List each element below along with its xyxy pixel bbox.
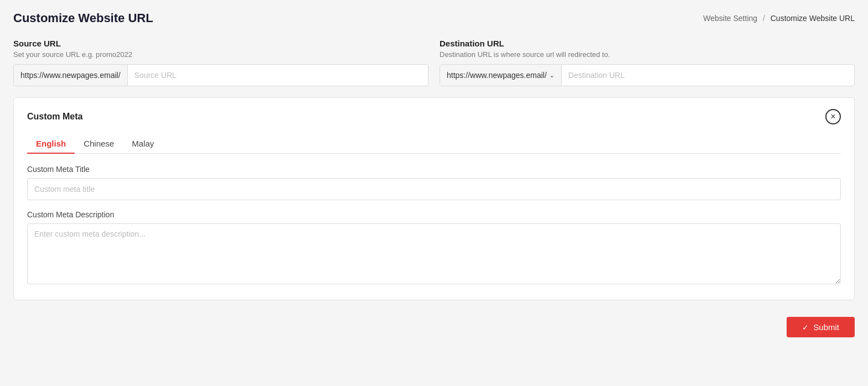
destination-url-prefix-text: https://www.newpages.email/ <box>447 71 547 80</box>
tab-english-label: English <box>36 139 66 148</box>
source-url-input[interactable] <box>128 65 428 86</box>
destination-url-input[interactable] <box>562 65 854 86</box>
source-url-label: Source URL <box>13 39 428 48</box>
breadcrumb-current: Customize Website URL <box>771 14 855 23</box>
destination-url-sublabel: Destination URL is where source url will… <box>440 50 855 59</box>
card-title: Custom Meta <box>27 112 82 122</box>
submit-label: Submit <box>813 322 839 332</box>
meta-title-input[interactable] <box>27 178 841 200</box>
tab-chinese[interactable]: Chinese <box>75 134 123 154</box>
check-icon: ✓ <box>802 323 809 332</box>
meta-title-label: Custom Meta Title <box>27 165 841 174</box>
page-footer: ✓ Submit <box>13 311 855 343</box>
breadcrumb-parent: Website Setting <box>703 14 757 23</box>
tab-english[interactable]: English <box>27 134 75 154</box>
tabs: English Chinese Malay <box>27 134 841 154</box>
destination-url-prefix[interactable]: https://www.newpages.email/ ⌄ <box>440 65 562 86</box>
submit-button[interactable]: ✓ Submit <box>787 317 855 337</box>
close-button[interactable]: × <box>825 109 841 124</box>
destination-url-input-wrapper: https://www.newpages.email/ ⌄ <box>440 64 855 86</box>
url-row: Source URL Set your source URL e.g. prom… <box>13 39 855 86</box>
chevron-down-icon: ⌄ <box>549 71 555 79</box>
close-icon: × <box>830 112 835 121</box>
destination-url-label: Destination URL <box>440 39 855 48</box>
page-header: Customize Website URL Website Setting / … <box>13 11 855 25</box>
source-url-input-wrapper: https://www.newpages.email/ <box>13 64 428 86</box>
source-url-prefix-text: https://www.newpages.email/ <box>20 71 121 80</box>
meta-description-textarea[interactable] <box>27 223 841 284</box>
tab-malay[interactable]: Malay <box>123 134 163 154</box>
source-url-sublabel: Set your source URL e.g. promo2022 <box>13 50 428 59</box>
tab-chinese-label: Chinese <box>84 139 114 148</box>
destination-url-section: Destination URL Destination URL is where… <box>440 39 855 86</box>
tab-malay-label: Malay <box>132 139 154 148</box>
meta-description-label: Custom Meta Description <box>27 210 841 219</box>
source-url-section: Source URL Set your source URL e.g. prom… <box>13 39 428 86</box>
page-wrapper: Customize Website URL Website Setting / … <box>0 0 868 386</box>
page-title: Customize Website URL <box>13 11 153 25</box>
breadcrumb: Website Setting / Customize Website URL <box>703 14 855 23</box>
custom-meta-card: Custom Meta × English Chinese Malay Cust… <box>13 97 855 300</box>
card-header: Custom Meta × <box>27 109 841 124</box>
breadcrumb-separator: / <box>763 14 765 23</box>
source-url-prefix[interactable]: https://www.newpages.email/ <box>14 65 128 86</box>
